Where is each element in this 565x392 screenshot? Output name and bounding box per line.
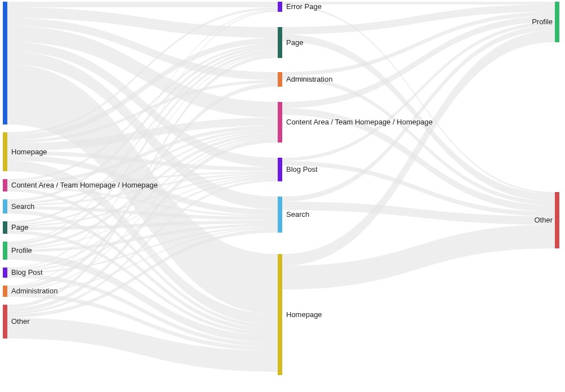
sankey-node[interactable] <box>278 197 282 233</box>
sankey-node-label: Homepage <box>286 310 322 319</box>
sankey-node[interactable] <box>3 242 7 260</box>
sankey-node[interactable] <box>3 179 7 191</box>
sankey-node[interactable] <box>278 254 282 375</box>
sankey-node[interactable] <box>278 2 282 12</box>
sankey-node-label: Page <box>11 223 28 231</box>
sankey-links-layer <box>0 0 565 392</box>
sankey-node[interactable] <box>3 2 7 124</box>
sankey-node-label: Search <box>11 202 34 211</box>
sankey-node-label: Content Area / Team Homepage / Homepage <box>286 118 433 126</box>
sankey-node[interactable] <box>3 221 7 234</box>
sankey-link[interactable] <box>282 2 555 5</box>
sankey-link[interactable] <box>7 2 278 7</box>
sankey-node-label: Content Area / Team Homepage / Homepage <box>11 181 158 189</box>
sankey-node[interactable] <box>3 199 7 213</box>
sankey-node[interactable] <box>3 305 7 338</box>
sankey-node[interactable] <box>3 132 7 171</box>
sankey-node-label: Administration <box>286 75 332 83</box>
sankey-node[interactable] <box>278 102 282 142</box>
sankey-node[interactable] <box>555 2 559 42</box>
sankey-node[interactable] <box>278 27 282 58</box>
sankey-node-label: Blog Post <box>286 165 318 173</box>
sankey-node[interactable] <box>278 72 282 87</box>
sankey-node[interactable] <box>555 192 559 248</box>
sankey-node[interactable] <box>278 158 282 181</box>
sankey-node-label: Search <box>286 210 309 219</box>
sankey-node-label: Profile <box>11 246 32 255</box>
sankey-node[interactable] <box>3 268 7 278</box>
sankey-node-label: Error Page <box>286 2 322 11</box>
sankey-node-label: Other <box>11 317 30 326</box>
sankey-node-label: Profile <box>532 17 553 26</box>
sankey-node-label: Homepage <box>11 148 47 156</box>
sankey-node-label: Blog Post <box>11 268 43 277</box>
sankey-node-label: Administration <box>11 287 57 295</box>
sankey-node-label: Other <box>534 216 553 224</box>
sankey-node-label: Page <box>286 38 303 47</box>
sankey-chart: HomepageContent Area / Team Homepage / H… <box>0 0 565 392</box>
sankey-node[interactable] <box>3 286 7 297</box>
